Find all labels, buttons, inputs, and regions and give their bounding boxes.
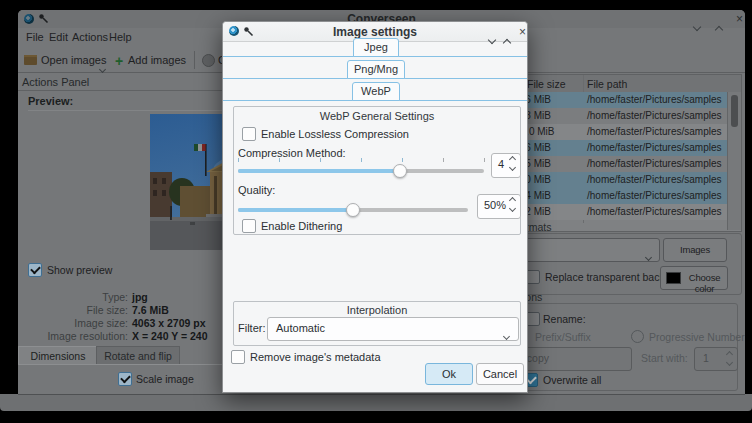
info-filesize-label: File size:: [28, 304, 128, 316]
info-imagesize-label: Image size:: [28, 317, 128, 329]
cell-path: /home/faster/Pictures/samples: [587, 174, 722, 185]
compression-method-label: Compression Method:: [238, 147, 346, 159]
scale-image-label: Scale image: [136, 373, 194, 385]
tab-rotate-and-flip[interactable]: Rotate and flip: [96, 346, 180, 365]
cell-path: /home/faster/Pictures/samples: [587, 206, 722, 217]
col-file-size[interactable]: File size: [527, 78, 566, 90]
scale-image-checkbox[interactable]: [118, 372, 132, 386]
replace-transparent-checkbox[interactable]: [526, 270, 540, 284]
menu-actions[interactable]: Actions: [72, 31, 108, 43]
slider-tick: [443, 158, 444, 162]
progressive-number-label: Progressive Number: [649, 331, 745, 343]
rename-label: Rename:: [543, 313, 586, 325]
lossless-checkbox[interactable]: [242, 127, 256, 141]
choose-color-label: Choose color: [682, 272, 727, 294]
remove-metadata-label: Remove image's metadata: [250, 351, 381, 363]
cell-path: /home/faster/Pictures/samples: [587, 110, 722, 121]
preview-label: Preview:: [28, 95, 73, 107]
prefix-suffix-label: Prefix/Suffix: [535, 331, 591, 343]
open-images-icon: [24, 55, 37, 65]
spin-up-icon[interactable]: [509, 197, 516, 204]
status-bar: [0, 394, 752, 411]
actions-panel-title: Actions Panel: [22, 76, 89, 88]
cell-path: /home/faster/Pictures/samples: [587, 190, 722, 201]
close-icon[interactable]: ×: [519, 27, 526, 37]
slider-tick: [279, 158, 280, 162]
quality-slider[interactable]: [238, 208, 468, 212]
add-images-button[interactable]: Add images: [128, 54, 186, 66]
chevron-down-icon: [646, 246, 651, 264]
open-images-dropdown-icon[interactable]: [100, 58, 105, 76]
show-preview-checkbox[interactable]: [28, 263, 42, 277]
spin-up-icon[interactable]: [726, 351, 733, 358]
menu-help[interactable]: Help: [109, 31, 132, 43]
tab-png-mng[interactable]: Png/Mng: [347, 60, 405, 79]
open-images-button[interactable]: Open images: [41, 54, 106, 66]
slider-tick: [320, 158, 321, 162]
info-type-value: jpg: [132, 291, 148, 303]
ok-button[interactable]: Ok: [425, 363, 473, 385]
screen: Converseen × File Edit Actions Help Open…: [0, 0, 752, 423]
tab-dimensions[interactable]: Dimensions: [18, 346, 98, 365]
cell-path: /home/faster/Pictures/samples: [587, 158, 722, 169]
quality-spinbox[interactable]: 50%: [477, 194, 521, 219]
interpolation-group: Interpolation Filter: Automatic: [233, 301, 521, 346]
overwrite-all-label: Overwrite all: [543, 374, 601, 386]
rename-checkbox[interactable]: [526, 312, 540, 326]
compression-method-spinbox[interactable]: 4: [491, 153, 521, 178]
filter-combobox[interactable]: Automatic: [267, 317, 519, 341]
cell-path: /home/faster/Pictures/samples: [587, 94, 722, 105]
slider-tick: [361, 158, 362, 162]
start-with-spinbox[interactable]: 1: [694, 347, 738, 371]
interpolation-title: Interpolation: [234, 304, 520, 316]
slider-fill: [238, 208, 353, 212]
slider-fill: [238, 169, 400, 173]
toolbar-separator: [194, 51, 195, 69]
webp-group-title: WebP General Settings: [234, 110, 520, 122]
spin-up-icon[interactable]: [509, 156, 516, 163]
images-settings-button[interactable]: Images settings: [663, 238, 727, 262]
info-filesize-value: 7.6 MiB: [132, 304, 169, 316]
cancel-button[interactable]: Cancel: [476, 363, 524, 385]
table-scrollbar[interactable]: [727, 92, 741, 230]
progressive-number-radio[interactable]: [631, 330, 644, 343]
spin-down-icon[interactable]: [509, 164, 516, 171]
convert-icon: [202, 54, 215, 67]
dithering-label: Enable Dithering: [261, 220, 342, 232]
filter-label: Filter:: [238, 322, 266, 334]
dialog-title: Image settings: [223, 25, 527, 39]
image-settings-dialog: Image settings × Jpeg Png/Mng WebP WebP …: [222, 21, 528, 393]
spin-down-icon[interactable]: [726, 359, 733, 366]
scrollbar-thumb[interactable]: [731, 95, 738, 127]
compression-method-slider[interactable]: [238, 169, 484, 173]
start-with-label: Start with:: [641, 352, 688, 364]
info-type-label: Type:: [28, 291, 128, 303]
remove-metadata-checkbox[interactable]: [231, 350, 245, 364]
slider-tick: [238, 158, 239, 162]
add-images-icon: +: [115, 55, 123, 67]
slider-tick: [402, 158, 403, 162]
lossless-label: Enable Lossless Compression: [261, 128, 409, 140]
info-resolution-label: Image resolution:: [28, 330, 128, 342]
menu-edit[interactable]: Edit: [49, 31, 68, 43]
slider-handle[interactable]: [393, 164, 407, 178]
webp-settings-group: WebP General Settings Enable Lossless Co…: [233, 106, 521, 235]
filter-value: Automatic: [276, 322, 325, 334]
dithering-checkbox[interactable]: [242, 219, 256, 233]
slider-tick: [484, 158, 485, 162]
tab-webp[interactable]: WebP: [352, 82, 400, 101]
spin-down-icon[interactable]: [509, 205, 516, 212]
slider-handle[interactable]: [346, 203, 360, 217]
tab-jpeg[interactable]: Jpeg: [353, 38, 399, 57]
minimize-icon[interactable]: [489, 29, 495, 47]
close-icon[interactable]: ×: [736, 14, 743, 24]
info-resolution-value: X = 240 Y = 240: [132, 330, 208, 342]
choose-color-button[interactable]: Choose color: [660, 266, 728, 290]
cell-path: /home/faster/Pictures/samples: [587, 126, 722, 137]
menu-file[interactable]: File: [26, 31, 44, 43]
col-file-path[interactable]: File path: [587, 78, 627, 90]
info-imagesize-value: 4063 x 2709 px: [132, 317, 206, 329]
maximize-icon[interactable]: [504, 32, 510, 50]
compression-method-value: 4: [498, 158, 504, 170]
show-preview-label: Show preview: [47, 264, 112, 276]
